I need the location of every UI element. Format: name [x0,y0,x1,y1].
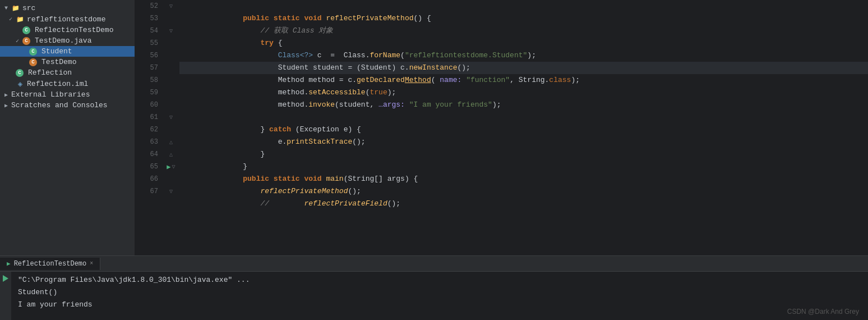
sidebar: ▼ 📁 src ✓ 📁 refleftiontestdome ▶ C Refle… [0,0,135,255]
sidebar-item-src[interactable]: ▼ 📁 src [0,2,135,13]
run-triangle-icon [3,275,8,282]
code-line-61: } catch (Exception e) { [179,111,868,124]
expand-icon: ▶ [4,102,8,109]
sidebar-item-testdemo-java[interactable]: ✓ C TestDemo.java [0,35,135,46]
gutter-60 [163,99,179,111]
code-line-65: public static void main(String[] args) { [179,161,868,173]
sidebar-item-label: refleftiontestdome [27,15,105,24]
sidebar-item-external-libraries[interactable]: ▶ External Libraries [0,89,135,100]
sidebar-item-label: src [22,4,35,12]
fold-icon[interactable]: △ [169,139,173,145]
sidebar-item-reflectiontestdemo[interactable]: ▶ C ReflectionTestDemo [0,25,135,35]
gutter-63: △ [163,136,179,148]
class-icon-green: C [29,48,37,56]
sidebar-item-label: External Libraries [11,90,90,99]
sidebar-item-label: Scratches and Consoles [11,101,108,109]
sidebar-item-label: Student [41,47,72,56]
sidebar-item-label: TestDemo.java [35,36,91,45]
expand-icon: ✓ [16,38,19,44]
sidebar-item-testdemo[interactable]: ▶ C TestDemo [0,57,135,67]
sidebar-item-label: Reflection.iml [27,80,88,88]
sidebar-item-reflection[interactable]: ▶ C Reflection [0,67,135,78]
bottom-panel: ▶ ReflectionTestDemo × "C:\Program Files… [0,255,868,320]
gutter-55 [163,37,179,49]
code-line-52: public static void reflectPrivateMethod(… [179,0,868,12]
gutter-66 [163,173,179,185]
code-line-64: } [179,148,868,161]
run-icon[interactable]: ▶ [167,163,170,171]
tab-close-button[interactable]: × [90,260,93,267]
gutter-53 [163,12,179,25]
bottom-tabs: ▶ ReflectionTestDemo × [0,256,868,272]
expand-icon: ✓ [9,16,12,22]
console-line-command: "C:\Program Files\Java\jdk1.8.0_301\bin\… [18,274,864,286]
gutter-57 [163,62,179,74]
sidebar-item-refleftiontestdome[interactable]: ✓ 📁 refleftiontestdome [0,13,135,25]
fold-icon[interactable]: ▽ [169,28,173,34]
tab-run-icon: ▶ [7,260,11,267]
fold-icon[interactable]: ▽ [172,163,176,170]
folder-icon: 📁 [16,15,25,24]
bottom-tab-reflectiontestdemo[interactable]: ▶ ReflectionTestDemo × [0,258,100,270]
gutter-67: ▽ [163,185,179,198]
editor-area: 52 53 54 55 56 57 58 59 60 61 62 63 64 6… [135,0,868,255]
fold-icon[interactable]: ▽ [169,114,173,121]
gutter-52: ▽ [163,0,179,12]
main-area: ▼ 📁 src ✓ 📁 refleftiontestdome ▶ C Refle… [0,0,868,255]
sidebar-item-scratches-consoles[interactable]: ▶ Scratches and Consoles [0,100,135,111]
sidebar-item-student[interactable]: ▶ C Student [0,46,135,57]
run-indicator [0,272,11,320]
gutter-54: ▽ [163,25,179,37]
code-container: 52 53 54 55 56 57 58 59 60 61 62 63 64 6… [135,0,868,255]
folder-icon: 📁 [11,3,20,12]
gutter-58 [163,74,179,86]
code-line-55: Class<?> c = Class.forName("refleftionte… [179,37,868,49]
fold-icon[interactable]: ▽ [169,3,173,10]
sidebar-item-label: TestDemo [41,58,76,66]
bottom-content: "C:\Program Files\Java\jdk1.8.0_301\bin\… [0,272,868,320]
code-lines[interactable]: public static void reflectPrivateMethod(… [179,0,868,255]
expand-icon: ▼ [4,5,8,11]
console-text: "C:\Program Files\Java\jdk1.8.0_301\bin\… [4,274,864,311]
gutter: ▽ ▽ [163,0,179,255]
gutter-62 [163,124,179,136]
console-line-1: Student() [18,286,864,299]
gutter-64: △ [163,148,179,161]
class-icon-green: C [16,69,24,77]
gutter-56 [163,49,179,62]
tab-label: ReflectionTestDemo [14,260,87,268]
sidebar-item-label: ReflectionTestDemo [35,26,113,34]
fold-icon[interactable]: △ [169,151,173,158]
class-icon-green: C [22,26,30,34]
gutter-59 [163,86,179,99]
sidebar-item-label: Reflection [28,68,72,77]
expand-icon: ▶ [4,92,8,98]
line-numbers: 52 53 54 55 56 57 58 59 60 61 62 63 64 6… [135,0,163,255]
module-icon: ◈ [16,79,25,88]
class-icon-orange: C [29,58,37,66]
watermark: CSDN @Dark And Grey [787,308,859,316]
fold-icon[interactable]: ▽ [169,188,173,195]
sidebar-item-reflection-iml[interactable]: ▶ ◈ Reflection.iml [0,78,135,89]
gutter-61: ▽ [163,111,179,124]
class-icon-orange: C [22,37,30,45]
gutter-65: ▶ ▽ [163,161,179,173]
console-line-2: I am your friends [18,299,864,311]
